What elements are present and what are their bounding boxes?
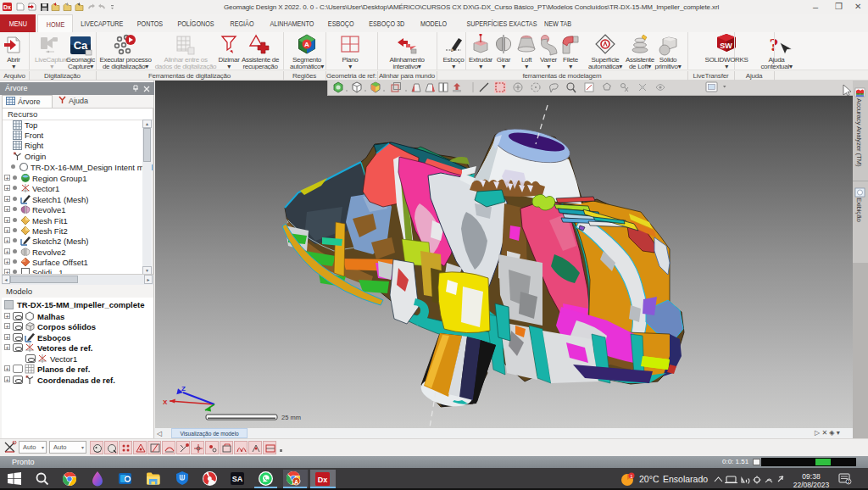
svg-text:Ensolarado: Ensolarado	[663, 474, 708, 484]
svg-text:20°C: 20°C	[639, 474, 659, 484]
svg-text:Z: Z	[181, 385, 186, 393]
svg-text:A: A	[294, 479, 298, 485]
svg-text:Dx: Dx	[318, 476, 328, 484]
svg-text:SW: SW	[720, 42, 732, 50]
svg-text:SA: SA	[232, 475, 243, 483]
svg-text:22/08/2023: 22/08/2023	[793, 481, 830, 489]
svg-text:09:38: 09:38	[802, 472, 821, 481]
svg-text:A: A	[304, 41, 309, 48]
svg-text:Dx: Dx	[3, 4, 11, 10]
svg-text:X: X	[163, 398, 168, 406]
svg-text:25 mm: 25 mm	[281, 414, 301, 421]
svg-text:2: 2	[847, 479, 849, 484]
